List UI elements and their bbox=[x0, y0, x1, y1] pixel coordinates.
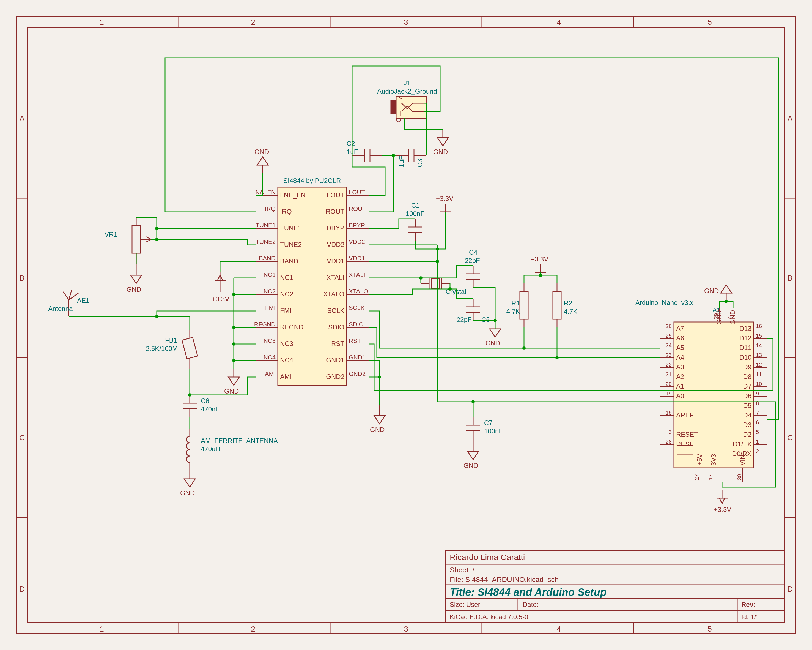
svg-text:C: C bbox=[19, 433, 25, 442]
svg-text:R1: R1 bbox=[511, 300, 520, 307]
svg-text:6: 6 bbox=[756, 419, 759, 425]
c7-cap: C7 100nF bbox=[466, 417, 503, 439]
svg-text:RESET: RESET bbox=[676, 440, 698, 448]
svg-text:470uH: 470uH bbox=[201, 445, 220, 453]
svg-text:2: 2 bbox=[251, 625, 255, 633]
svg-text:J1: J1 bbox=[403, 79, 411, 87]
c3-cap: 1uF C3 bbox=[396, 148, 426, 167]
svg-text:NC2: NC2 bbox=[280, 290, 293, 298]
v33-icon: +3.3V bbox=[212, 272, 229, 303]
svg-text:D: D bbox=[19, 585, 25, 593]
svg-text:DBYP: DBYP bbox=[327, 224, 344, 232]
svg-rect-198 bbox=[132, 226, 140, 253]
svg-text:AMI: AMI bbox=[265, 370, 276, 377]
svg-text:AMI: AMI bbox=[280, 373, 292, 380]
svg-text:C2: C2 bbox=[346, 140, 355, 147]
svg-text:LOUT: LOUT bbox=[327, 191, 344, 199]
svg-text:AM_FERRITE_ANTENNA: AM_FERRITE_ANTENNA bbox=[201, 437, 278, 444]
svg-point-322 bbox=[522, 346, 526, 350]
svg-text:GND: GND bbox=[370, 426, 385, 433]
svg-text:GND: GND bbox=[704, 287, 719, 294]
svg-text:NC4: NC4 bbox=[264, 354, 276, 361]
svg-text:5: 5 bbox=[707, 18, 712, 26]
svg-text:Sheet: /: Sheet: / bbox=[450, 566, 475, 574]
svg-text:SDIO: SDIO bbox=[349, 321, 364, 328]
svg-text:D: D bbox=[787, 585, 793, 593]
svg-text:VDD1: VDD1 bbox=[327, 257, 344, 265]
svg-text:BAND: BAND bbox=[259, 255, 276, 262]
svg-text:22: 22 bbox=[665, 362, 672, 368]
svg-text:C7: C7 bbox=[484, 419, 493, 427]
svg-text:NC4: NC4 bbox=[280, 356, 293, 364]
svg-text:GND2: GND2 bbox=[326, 373, 344, 380]
svg-text:D9: D9 bbox=[743, 363, 751, 371]
svg-text:IRQ: IRQ bbox=[280, 208, 292, 215]
svg-text:1: 1 bbox=[99, 18, 104, 26]
svg-text:15: 15 bbox=[756, 333, 762, 339]
ic-si4844: SI4844 by PU2CLR LNE_ENLNA_ENIRQIRQTUNE1… bbox=[252, 177, 369, 385]
svg-point-305 bbox=[155, 227, 159, 230]
c6-cap: C6 470nF bbox=[183, 395, 220, 417]
svg-text:LNE_EN: LNE_EN bbox=[280, 191, 305, 199]
svg-point-323 bbox=[556, 356, 559, 359]
svg-text:GND1: GND1 bbox=[349, 354, 366, 361]
svg-text:22pF: 22pF bbox=[456, 316, 472, 323]
svg-text:Size: User: Size: User bbox=[450, 601, 480, 608]
svg-text:B: B bbox=[788, 274, 793, 282]
svg-text:GND1: GND1 bbox=[326, 356, 344, 364]
svg-text:5: 5 bbox=[707, 625, 712, 633]
titleblock: Ricardo Lima Caratti Sheet: / File: SI48… bbox=[446, 551, 785, 622]
svg-text:4: 4 bbox=[557, 625, 561, 633]
svg-text:LOUT: LOUT bbox=[349, 189, 365, 196]
svg-text:24: 24 bbox=[665, 343, 672, 349]
svg-text:GND: GND bbox=[464, 462, 478, 469]
svg-point-315 bbox=[472, 400, 475, 404]
svg-text:GND: GND bbox=[255, 148, 269, 156]
svg-text:D10: D10 bbox=[739, 353, 751, 361]
r1-resistor: R1 4.7K bbox=[507, 283, 528, 327]
svg-text:D12: D12 bbox=[739, 334, 751, 342]
frame-rows-right: A B C D bbox=[787, 114, 793, 593]
svg-text:XTALO: XTALO bbox=[323, 290, 344, 298]
svg-text:Title: SI4844 and Arduino Setu: Title: SI4844 and Arduino Setup bbox=[450, 586, 606, 598]
svg-text:SCLK: SCLK bbox=[349, 304, 365, 311]
v33-icon: +3.3V bbox=[714, 490, 731, 513]
svg-rect-208 bbox=[182, 337, 198, 359]
gnd-icon: GND bbox=[180, 469, 195, 497]
svg-text:VDD1: VDD1 bbox=[349, 255, 365, 262]
svg-text:A0: A0 bbox=[676, 392, 684, 399]
svg-text:1: 1 bbox=[99, 625, 104, 633]
svg-text:TUNE2: TUNE2 bbox=[256, 238, 276, 245]
svg-text:A4: A4 bbox=[676, 353, 684, 361]
frame-rows-left: A B C D bbox=[19, 114, 25, 593]
svg-text:+3.3V: +3.3V bbox=[436, 195, 453, 202]
svg-text:5: 5 bbox=[756, 429, 759, 435]
frame-cols-bot: 1 2 3 4 5 bbox=[99, 625, 712, 633]
svg-text:NC3: NC3 bbox=[264, 337, 276, 344]
svg-text:C4: C4 bbox=[469, 248, 478, 256]
svg-text:21: 21 bbox=[665, 371, 672, 377]
svg-text:2.5K/100M: 2.5K/100M bbox=[146, 345, 178, 352]
svg-text:D6: D6 bbox=[743, 392, 751, 399]
svg-text:C: C bbox=[787, 433, 793, 442]
svg-text:AudioJack2_Ground: AudioJack2_Ground bbox=[377, 87, 437, 95]
svg-text:3: 3 bbox=[404, 18, 408, 26]
svg-text:22pF: 22pF bbox=[465, 257, 480, 264]
svg-text:4.7K: 4.7K bbox=[564, 307, 577, 315]
wires bbox=[69, 58, 778, 487]
arduino-nano: A1 Arduino_Nano_v3.x A726A625A524A423A32… bbox=[635, 299, 768, 482]
svg-text:1: 1 bbox=[756, 439, 759, 445]
r2-resistor: R2 4.7K bbox=[553, 283, 577, 327]
frame-cols-top: 1 2 3 4 5 bbox=[99, 18, 712, 26]
svg-text:1uF: 1uF bbox=[398, 156, 405, 167]
svg-text:14: 14 bbox=[756, 343, 762, 349]
svg-text:XTALI: XTALI bbox=[349, 271, 365, 278]
svg-text:RESET: RESET bbox=[676, 431, 698, 438]
fb1-ferrite: FB1 2.5K/100M bbox=[146, 330, 197, 369]
svg-text:Id: 1/1: Id: 1/1 bbox=[741, 613, 760, 621]
svg-text:A2: A2 bbox=[676, 373, 684, 380]
svg-text:D13: D13 bbox=[739, 325, 751, 332]
svg-text:NC1: NC1 bbox=[280, 274, 293, 281]
svg-text:VDD2: VDD2 bbox=[327, 241, 344, 248]
svg-text:RFGND: RFGND bbox=[254, 321, 276, 328]
